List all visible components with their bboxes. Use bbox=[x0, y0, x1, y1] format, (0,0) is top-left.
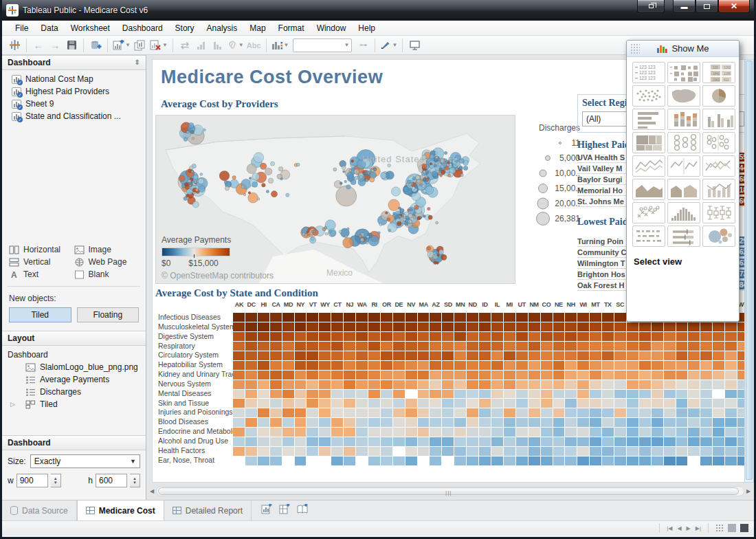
close-button[interactable]: ✕ bbox=[718, 0, 750, 13]
heatmap-cell[interactable] bbox=[344, 332, 355, 341]
heatmap-cell[interactable] bbox=[270, 456, 282, 465]
heatmap-cell[interactable] bbox=[368, 418, 380, 427]
symbol-map-icon[interactable] bbox=[632, 85, 665, 107]
heatmap-cell[interactable] bbox=[516, 408, 528, 417]
heatmap-cell[interactable] bbox=[639, 428, 651, 437]
heatmap-cell[interactable] bbox=[491, 428, 503, 437]
heatmap-cell[interactable] bbox=[393, 342, 405, 351]
heatmap-cell[interactable] bbox=[295, 418, 307, 427]
heatmap-cell[interactable] bbox=[270, 361, 282, 370]
scroll-left-icon[interactable]: ◀ bbox=[148, 486, 156, 496]
discrete-lines-icon[interactable] bbox=[667, 155, 700, 177]
heatmap-cell[interactable] bbox=[688, 361, 700, 370]
heatmap-cell[interactable] bbox=[319, 371, 331, 380]
heatmap-cell[interactable] bbox=[713, 361, 724, 370]
heatmap-cell[interactable] bbox=[368, 390, 380, 399]
heatmap-cell[interactable] bbox=[233, 437, 245, 446]
heatmap-cell[interactable] bbox=[270, 380, 282, 389]
heatmap-cell[interactable] bbox=[652, 322, 663, 331]
heatmap-cell[interactable] bbox=[713, 322, 724, 331]
heatmap-cell[interactable] bbox=[356, 351, 368, 360]
tableau-logo-icon[interactable] bbox=[6, 37, 23, 54]
heatmap-cell[interactable] bbox=[664, 342, 676, 351]
heatmap-cell[interactable] bbox=[405, 428, 417, 437]
heatmap-cell[interactable] bbox=[454, 399, 466, 408]
heatmap-cell[interactable] bbox=[590, 456, 601, 465]
prev-page-icon[interactable]: ◀ bbox=[677, 525, 681, 531]
heatmap-cell[interactable] bbox=[344, 418, 355, 427]
heatmap-cell[interactable] bbox=[258, 447, 269, 456]
heatmap-cell[interactable] bbox=[529, 399, 540, 408]
heatmap-cell[interactable] bbox=[529, 351, 540, 360]
first-page-icon[interactable]: |◀ bbox=[667, 525, 672, 531]
heatmap-cell[interactable] bbox=[356, 428, 368, 437]
heatmap-cell[interactable] bbox=[565, 371, 577, 380]
heatmap-cell[interactable] bbox=[344, 456, 355, 465]
heatmap-cell[interactable] bbox=[454, 428, 466, 437]
heatmap-cell[interactable] bbox=[688, 418, 700, 427]
heatmap-cell[interactable] bbox=[368, 322, 380, 331]
heatmap-cell[interactable] bbox=[565, 332, 577, 341]
scrollbar-thumb[interactable]: ||| bbox=[158, 487, 739, 495]
heatmap-cell[interactable] bbox=[454, 390, 466, 399]
heatmap-cell[interactable] bbox=[233, 313, 245, 322]
heatmap-cell[interactable] bbox=[418, 371, 430, 380]
heatmap-cell[interactable] bbox=[467, 390, 478, 399]
heatmap-cell[interactable] bbox=[454, 447, 466, 456]
heatmap-cell[interactable] bbox=[565, 428, 577, 437]
heatmap-cell[interactable] bbox=[258, 380, 269, 389]
heatmap-cell[interactable] bbox=[479, 390, 491, 399]
heatmap-cell[interactable] bbox=[565, 322, 577, 331]
heatmap-cell[interactable] bbox=[664, 399, 676, 408]
group-members-icon[interactable]: ▼ bbox=[226, 37, 245, 54]
heatmap-cell[interactable] bbox=[356, 332, 368, 341]
heatmap-cell[interactable] bbox=[529, 428, 540, 437]
heatmap-cell[interactable] bbox=[504, 342, 515, 351]
heatmap-cell[interactable] bbox=[282, 456, 294, 465]
heatmap-cell[interactable] bbox=[639, 456, 651, 465]
heatmap-cell[interactable] bbox=[516, 332, 528, 341]
heatmap-cell[interactable] bbox=[614, 322, 626, 331]
heatmap-cell[interactable] bbox=[516, 342, 528, 351]
heatmap-cell[interactable] bbox=[652, 342, 663, 351]
heatmap-cell[interactable] bbox=[405, 361, 417, 370]
heatmap-cell[interactable] bbox=[676, 342, 688, 351]
heatmap-cell[interactable] bbox=[442, 437, 454, 446]
heatmap-cell[interactable] bbox=[602, 342, 614, 351]
heatmap-cell[interactable] bbox=[627, 437, 638, 446]
heatmap-cell[interactable] bbox=[652, 351, 663, 360]
heatmap-cell[interactable] bbox=[393, 322, 405, 331]
heatmap-cell[interactable] bbox=[614, 380, 626, 389]
heatmap-cell[interactable] bbox=[454, 371, 466, 380]
heatmap-cell[interactable] bbox=[504, 351, 515, 360]
show-me-header[interactable]: Show Me bbox=[627, 41, 739, 57]
heatmap-cell[interactable] bbox=[529, 342, 540, 351]
tab-medicare-cost[interactable]: Medicare Cost bbox=[77, 500, 164, 520]
heatmap-cell[interactable] bbox=[639, 399, 651, 408]
heatmap-cell[interactable] bbox=[282, 322, 294, 331]
heatmap-cell[interactable] bbox=[282, 390, 294, 399]
heatmap-cell[interactable] bbox=[627, 342, 638, 351]
sheet-item[interactable]: ✓State and Classification ... bbox=[2, 110, 146, 122]
heatmap-cell[interactable] bbox=[331, 313, 343, 322]
heatmap-cell[interactable] bbox=[331, 456, 343, 465]
continuous-lines-icon[interactable] bbox=[632, 155, 665, 177]
tab-detailed-report[interactable]: Detailed Report bbox=[164, 500, 252, 520]
heatmap-cell[interactable] bbox=[393, 371, 405, 380]
heatmap-cell[interactable] bbox=[245, 371, 257, 380]
heatmap-cell[interactable] bbox=[356, 313, 368, 322]
forward-icon[interactable]: → bbox=[47, 37, 63, 54]
heatmap-cell[interactable] bbox=[700, 418, 712, 427]
heatmap-cell[interactable] bbox=[258, 399, 269, 408]
heatmap-cell[interactable] bbox=[418, 428, 430, 437]
menu-map[interactable]: Map bbox=[243, 21, 271, 35]
heatmap-cell[interactable] bbox=[664, 418, 676, 427]
heatmap-cell[interactable] bbox=[627, 399, 638, 408]
heatmap-cell[interactable] bbox=[282, 313, 294, 322]
heatmap-cell[interactable] bbox=[307, 342, 318, 351]
heatmap-cell[interactable] bbox=[430, 380, 441, 389]
packed-bubbles-icon[interactable] bbox=[702, 226, 735, 247]
gantt-icon[interactable] bbox=[632, 226, 665, 247]
heatmap-cell[interactable] bbox=[393, 418, 405, 427]
heatmap-cell[interactable] bbox=[553, 380, 565, 389]
